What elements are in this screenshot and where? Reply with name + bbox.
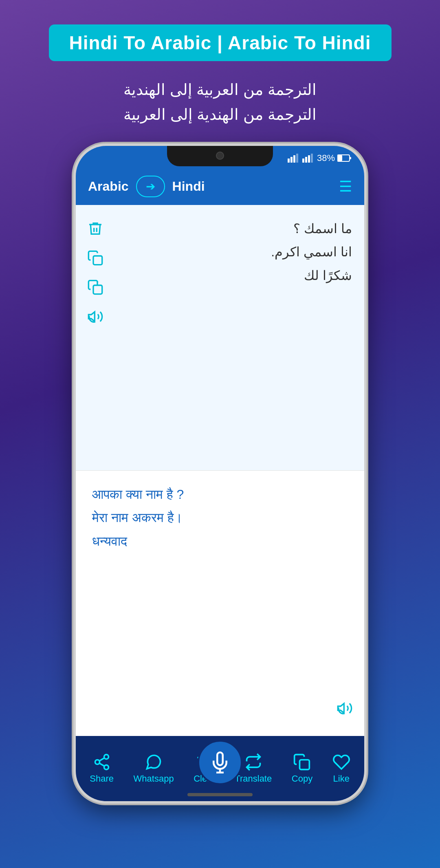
home-indicator [187,793,253,796]
bottom-nav: Share Whatsapp Clear [76,736,364,801]
share-nav-item[interactable]: Share [90,753,114,784]
svg-rect-23 [300,760,310,769]
subtitle: الترجمة من العربية إلى الهندية الترجمة م… [123,77,316,127]
status-icons: 38% [288,153,352,163]
svg-rect-7 [311,154,313,163]
swap-language-button[interactable]: ➔ [136,176,165,197]
arabic-input-text[interactable]: ما اسمك ؟ انا اسمي اكرم. شكرًا لك [111,213,360,462]
copy-input-button[interactable] [84,247,107,269]
battery-text: 38% [317,153,335,163]
output-icons [329,479,360,728]
svg-rect-12 [93,285,102,294]
share-nav-icon [93,753,111,771]
share-icon [87,279,103,295]
speak-output-button[interactable] [333,697,356,720]
lang-switch: Arabic ➔ Hindi [88,176,205,197]
svg-rect-0 [288,159,290,163]
speak-input-button[interactable] [84,305,107,328]
signal-icon-2 [302,154,315,163]
menu-button[interactable]: ☰ [339,179,352,194]
copy-icon [87,250,103,266]
like-nav-label: Like [333,773,350,784]
input-panel: ما اسمك ؟ انا اسمي اكرم. شكرًا لك [76,205,364,471]
lang-to-label: Hindi [172,179,205,194]
copy-nav-label: Copy [292,773,312,784]
whatsapp-nav-icon [145,753,163,771]
lang-from-label: Arabic [88,179,129,194]
hindi-output-text: आपका क्या नाम है ? मेरा नाम अकरम है। धन्… [84,479,329,728]
share-input-button[interactable] [84,276,107,299]
battery-icon [337,154,352,162]
svg-point-17 [95,760,99,764]
mic-icon [209,751,231,773]
like-nav-item[interactable]: Like [332,753,350,784]
share-nav-label: Share [90,773,114,784]
delete-button[interactable] [84,217,107,240]
output-panel: आपका क्या नाम है ? मेरा नाम अकरम है। धन्… [76,471,364,736]
header-title: Hindi To Arabic | Arabic To Hindi [49,24,392,61]
phone-frame: 38% Arabic ➔ Hindi ☰ [73,143,367,804]
svg-line-19 [99,763,104,766]
whatsapp-nav-item[interactable]: Whatsapp [134,753,174,784]
copy-nav-icon [293,753,311,771]
svg-point-18 [104,765,108,769]
svg-rect-3 [296,154,298,163]
arrow-right-icon: ➔ [146,180,155,193]
content-area: ما اسمك ؟ انا اسمي اكرم. شكرًا لك आपका क… [76,205,364,736]
svg-rect-10 [350,157,351,159]
trash-icon [87,220,103,237]
megaphone-output-icon [337,700,353,716]
translate-nav-icon [244,753,262,771]
copy-nav-item[interactable]: Copy [292,753,312,784]
notch [167,146,273,166]
app-bar: Arabic ➔ Hindi ☰ [76,168,364,205]
phone-wrapper: 38% Arabic ➔ Hindi ☰ [73,143,367,804]
translate-nav-label: Translate [235,773,272,784]
svg-rect-11 [93,256,102,265]
svg-point-16 [104,754,108,759]
svg-rect-4 [302,159,304,163]
svg-rect-2 [293,155,295,163]
megaphone-icon [87,308,103,325]
whatsapp-nav-label: Whatsapp [134,773,174,784]
input-icons [80,213,111,462]
svg-line-20 [99,758,104,761]
mic-button[interactable] [198,740,242,785]
svg-rect-1 [290,157,293,163]
svg-rect-6 [308,155,310,163]
like-nav-icon [332,753,350,771]
svg-rect-9 [338,155,342,161]
camera [216,152,224,160]
svg-rect-5 [305,157,307,163]
signal-icon [288,154,300,163]
